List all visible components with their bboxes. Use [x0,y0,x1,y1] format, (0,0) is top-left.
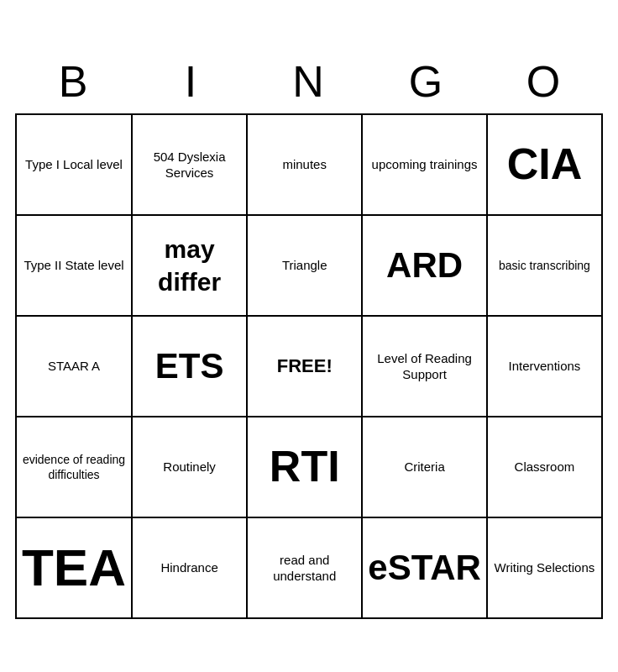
bingo-cell-text-16: Routinely [163,459,216,475]
bingo-cell-text-11: ETS [155,344,224,390]
bingo-cell-text-20: TEA [22,534,126,602]
bingo-cell-text-14: Interventions [508,358,580,375]
bingo-cell-20: TEA [17,518,133,619]
bingo-cell-text-12: FREE! [277,354,333,379]
bingo-cell-text-7: Triangle [282,257,327,274]
bingo-cell-text-4: CIA [507,136,583,193]
bingo-cell-21: Hindrance [133,518,248,619]
bingo-cell-0: Type I Local level [17,115,133,216]
header-letter-b: B [15,53,133,110]
bingo-cell-8: ARD [363,216,488,317]
bingo-cell-3: upcoming trainings [363,115,488,216]
bingo-cell-text-8: ARD [386,243,463,289]
bingo-header: BINGO [15,53,603,110]
bingo-cell-1: 504 Dyslexia Services [133,115,248,216]
bingo-cell-2: minutes [248,115,363,216]
bingo-cell-22: read and understand [248,518,363,619]
bingo-cell-15: evidence of reading difficulties [17,417,133,518]
bingo-cell-23: eSTAR [363,518,488,619]
bingo-grid: Type I Local level504 Dyslexia Servicesm… [15,113,603,619]
bingo-cell-text-19: Classroom [515,459,575,475]
bingo-cell-text-2: minutes [282,156,327,173]
bingo-cell-text-21: Hindrance [160,559,217,576]
bingo-card: BINGO Type I Local level504 Dyslexia Ser… [15,53,603,619]
bingo-cell-19: Classroom [488,417,603,518]
bingo-cell-17: RTI [248,417,363,518]
bingo-cell-14: Interventions [488,317,603,417]
bingo-cell-text-18: Criteria [404,459,444,475]
bingo-cell-13: Level of Reading Support [363,317,488,417]
bingo-cell-text-10: STAAR A [48,358,100,375]
bingo-cell-text-23: eSTAR [368,545,481,591]
bingo-cell-24: Writing Selections [488,518,603,619]
header-letter-g: G [368,53,485,110]
bingo-cell-text-3: upcoming trainings [372,156,478,173]
bingo-cell-text-0: Type I Local level [25,156,123,173]
header-letter-i: I [133,53,250,110]
bingo-cell-16: Routinely [133,417,248,518]
bingo-cell-9: basic transcribing [488,216,603,317]
bingo-cell-4: CIA [488,115,603,216]
bingo-cell-7: Triangle [248,216,363,317]
bingo-cell-text-22: read and understand [253,552,356,585]
header-letter-o: O [485,53,603,110]
bingo-cell-10: STAAR A [17,317,133,417]
bingo-cell-text-6: may differ [138,233,241,298]
bingo-cell-18: Criteria [363,417,488,518]
bingo-cell-text-17: RTI [270,438,340,496]
bingo-cell-text-15: evidence of reading difficulties [22,452,126,482]
bingo-cell-text-1: 504 Dyslexia Services [138,149,241,181]
bingo-cell-6: may differ [133,216,248,317]
bingo-cell-12: FREE! [248,317,363,417]
bingo-cell-text-24: Writing Selections [495,559,595,576]
bingo-cell-text-5: Type II State level [24,257,123,274]
bingo-cell-11: ETS [133,317,248,417]
bingo-cell-text-13: Level of Reading Support [368,350,481,383]
header-letter-n: N [250,53,368,110]
bingo-cell-text-9: basic transcribing [499,258,590,273]
bingo-cell-5: Type II State level [17,216,133,317]
